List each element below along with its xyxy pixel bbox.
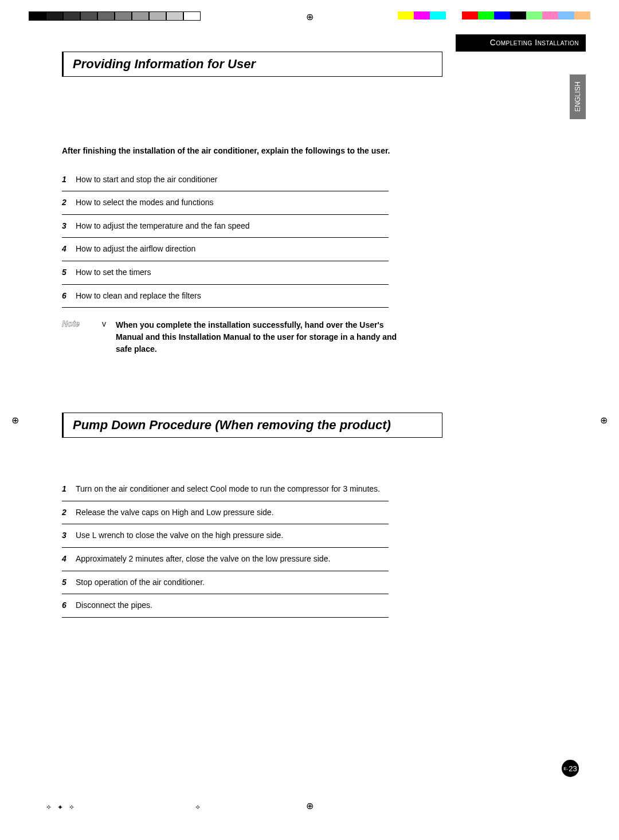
step-row: 5Stop operation of the air conditioner. — [62, 571, 389, 595]
step-text: Use L wrench to close the valve on the h… — [76, 530, 389, 541]
color-swatches — [398, 11, 590, 19]
registration-mark-icon: ⊕ — [306, 800, 314, 811]
section-heading-pump-down: Pump Down Procedure (When removing the p… — [62, 413, 442, 438]
step-number: 6 — [62, 291, 76, 302]
footer-mark-mid: ✧ — [195, 803, 201, 811]
step-row: 1How to start and stop the air condition… — [62, 168, 389, 192]
section-heading-providing-info: Providing Information for User — [62, 52, 442, 77]
step-number: 5 — [62, 577, 76, 588]
registration-mark-icon: ⊕ — [11, 415, 19, 426]
note-bullet: v — [102, 319, 116, 355]
registration-mark-icon: ⊕ — [306, 11, 314, 22]
step-number: 1 — [62, 484, 76, 495]
step-text: How to adjust the airflow direction — [76, 244, 389, 255]
step-row: 3Use L wrench to close the valve on the … — [62, 524, 389, 548]
step-number: 2 — [62, 197, 76, 209]
registration-mark-icon: ⊕ — [600, 415, 608, 426]
step-row: 4How to adjust the airflow direction — [62, 238, 389, 261]
step-text: Approximately 2 minutes after, close the… — [76, 554, 389, 565]
step-text: How to clean and replace the filters — [76, 291, 389, 302]
step-row: 4Approximately 2 minutes after, close th… — [62, 548, 389, 571]
section1-steps: 1How to start and stop the air condition… — [62, 168, 389, 308]
language-tab: ENGLISH — [570, 74, 586, 119]
step-number: 4 — [62, 244, 76, 255]
step-number: 3 — [62, 530, 76, 541]
section-tab: Completing Installation — [456, 34, 586, 52]
section1-intro: After finishing the installation of the … — [62, 146, 463, 157]
step-text: How to adjust the temperature and the fa… — [76, 221, 389, 232]
step-number: 6 — [62, 600, 76, 611]
step-row: 2How to select the modes and functions — [62, 191, 389, 215]
footer-marks: ✧✦✧ — [46, 803, 75, 811]
note-row: Note v When you complete the installatio… — [62, 319, 406, 355]
step-row: 5How to set the timers — [62, 261, 389, 285]
step-number: 5 — [62, 267, 76, 278]
step-row: 6How to clean and replace the filters — [62, 285, 389, 308]
step-text: Turn on the air conditioner and select C… — [76, 484, 389, 495]
step-text: How to select the modes and functions — [76, 197, 389, 209]
step-text: How to start and stop the air conditione… — [76, 174, 389, 186]
page-number: E-23 — [562, 760, 579, 777]
step-row: 1Turn on the air conditioner and select … — [62, 478, 389, 501]
step-number: 2 — [62, 507, 76, 519]
step-text: Release the valve caps on High and Low p… — [76, 507, 389, 519]
step-number: 1 — [62, 174, 76, 186]
step-text: Disconnect the pipes. — [76, 600, 389, 611]
step-text: Stop operation of the air conditioner. — [76, 577, 389, 588]
step-row: 2Release the valve caps on High and Low … — [62, 501, 389, 525]
note-label: Note — [62, 319, 102, 355]
step-number: 4 — [62, 554, 76, 565]
step-number: 3 — [62, 221, 76, 232]
step-row: 3How to adjust the temperature and the f… — [62, 215, 389, 238]
note-text: When you complete the installation succe… — [116, 319, 406, 355]
section2-steps: 1Turn on the air conditioner and select … — [62, 478, 389, 618]
step-row: 6Disconnect the pipes. — [62, 594, 389, 618]
step-text: How to set the timers — [76, 267, 389, 278]
gray-swatches — [29, 11, 201, 21]
